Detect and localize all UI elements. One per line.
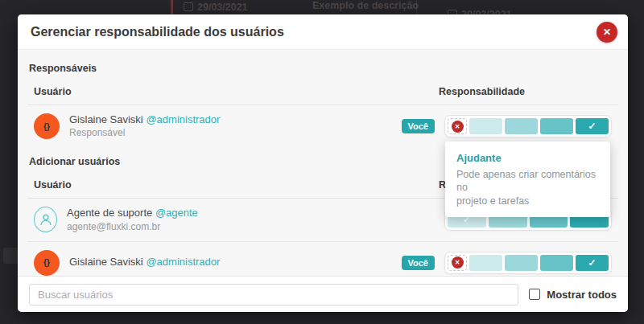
level-3-segment[interactable] <box>540 118 573 134</box>
modal-title: Gerenciar responsabilidade dos usuários <box>31 25 284 39</box>
close-icon: ✕ <box>603 27 611 38</box>
org-avatar-glyph: {} <box>43 258 50 267</box>
row-actions: Você ✕ ✓ <box>402 115 612 137</box>
org-avatar-glyph: {} <box>43 122 50 131</box>
level-4-segment-selected[interactable]: ✓ <box>576 255 609 271</box>
check-icon: ✓ <box>588 257 596 269</box>
user-name: Gislaine Saviski @administrador <box>69 113 220 126</box>
remove-icon: ✕ <box>452 121 464 133</box>
you-badge: Você <box>402 119 435 133</box>
avatar: {} <box>34 113 60 139</box>
backdrop-description-line1: Exemplo de descrição <box>312 0 419 11</box>
tooltip-text-line1: Pode apenas criar comentários no <box>456 168 599 195</box>
show-all-label: Mostrar todos <box>547 289 617 301</box>
responsibility-level-control: ✕ ✓ <box>444 115 612 137</box>
tooltip-title: Ajudante <box>456 152 599 164</box>
user-handle: @administrador <box>146 256 220 268</box>
user-role: Responsável <box>69 127 220 139</box>
avatar: {} <box>34 250 60 276</box>
backdrop-date: 29/03/2021 <box>184 2 248 13</box>
tooltip-text-line2: projeto e tarefas <box>456 195 599 207</box>
table-header: Usuário Responsabilidade <box>27 81 618 105</box>
remove-responsibility-button[interactable]: ✕ <box>448 118 467 134</box>
section-heading-responsaveis: Responsáveis <box>27 50 618 81</box>
calendar-icon <box>184 2 193 11</box>
responsibility-tooltip: Ajudante Pode apenas criar comentários n… <box>445 141 610 217</box>
person-icon <box>39 212 53 227</box>
column-header-usuario: Usuário <box>34 86 439 97</box>
level-2-segment[interactable] <box>505 255 538 271</box>
user-info: Agente de suporte @agente agente@fluxki.… <box>67 207 198 232</box>
column-header-usuario: Usuário <box>34 179 439 191</box>
user-name: Gislaine Saviski @administrador <box>69 256 220 269</box>
manage-responsibility-modal: Gerenciar responsabilidade dos usuários … <box>18 14 628 312</box>
user-name: Agente de suporte @agente <box>67 207 198 219</box>
you-badge: Você <box>402 256 435 270</box>
responsibility-level-control: ✕ ✓ <box>444 252 612 274</box>
user-handle: @agente <box>155 207 198 219</box>
level-1-segment[interactable] <box>469 118 502 134</box>
level-1-segment[interactable] <box>469 255 502 271</box>
level-2-segment[interactable] <box>505 118 538 134</box>
avatar <box>34 207 57 232</box>
user-email: agente@fluxki.com.br <box>67 221 198 233</box>
show-all-control: Mostrar todos <box>529 289 617 301</box>
modal-header: Gerenciar responsabilidade dos usuários … <box>18 14 628 50</box>
check-icon: ✓ <box>588 121 596 132</box>
remove-responsibility-button[interactable]: ✕ <box>448 255 467 271</box>
user-info: Gislaine Saviski @administrador <box>69 256 220 269</box>
show-all-checkbox[interactable] <box>529 289 540 300</box>
modal-footer: Mostrar todos <box>18 276 628 312</box>
level-4-segment-selected[interactable]: ✓ <box>576 118 609 134</box>
row-actions: Você ✕ ✓ <box>402 252 612 274</box>
level-3-segment[interactable] <box>540 255 573 271</box>
remove-icon: ✕ <box>452 256 464 269</box>
user-handle: @administrador <box>146 113 220 125</box>
search-input[interactable] <box>29 284 518 306</box>
close-button[interactable]: ✕ <box>597 22 617 43</box>
user-info: Gislaine Saviski @administrador Responsá… <box>69 113 220 139</box>
column-header-responsabilidade: Responsabilidade <box>439 86 612 97</box>
